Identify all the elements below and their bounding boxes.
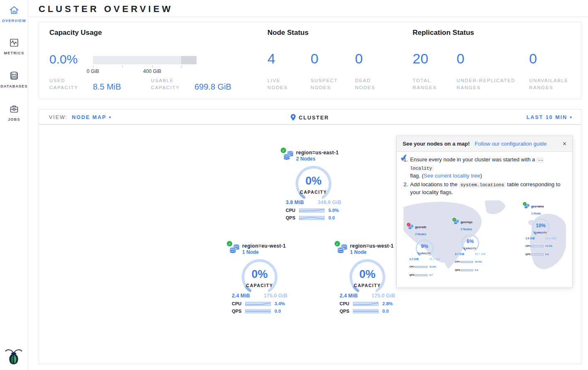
- node-geo-label: geo=nyc: [461, 219, 488, 226]
- under-replicated-ranges-value: 0: [457, 51, 464, 66]
- qps-label: QPS: [286, 215, 299, 220]
- sidebar-item-jobs[interactable]: JOBS: [0, 104, 28, 122]
- node-count-link[interactable]: 1 Node: [242, 249, 292, 255]
- cpu-sparkline: [415, 266, 428, 268]
- node-count: 2 Nodes: [415, 231, 442, 238]
- node-live-badge: ✓: [280, 147, 287, 153]
- cpu-sparkline: [299, 208, 325, 213]
- page-header: CLUSTER OVERVIEW: [28, 0, 588, 17]
- capacity-gauge: 0% CAPACITY: [286, 165, 341, 204]
- time-range-selector[interactable]: LAST 10 MIN ▾: [527, 110, 572, 125]
- node-count-link[interactable]: 1 Node: [350, 249, 400, 255]
- map-pin-icon: [291, 114, 296, 121]
- suspect-nodes-value: 0: [311, 51, 318, 66]
- usable-capacity-label: USABLE CAPACITY: [151, 77, 188, 91]
- gauge-capacity-label: CAPACITY: [526, 229, 555, 237]
- node-count: 2 Nodes: [461, 226, 488, 233]
- node-region-label: region=eu-west-1: [242, 243, 292, 249]
- node-live-badge: ✓: [523, 202, 527, 206]
- chevron-down-icon[interactable]: ▾: [570, 115, 572, 119]
- qps-value: 4.7: [429, 272, 432, 279]
- jobs-icon: [9, 104, 19, 114]
- breadcrumb: CLUSTER: [39, 110, 581, 125]
- qps-label: QPS: [340, 309, 353, 314]
- tooltip-title: See your nodes on a map!: [403, 141, 470, 147]
- capacity-bar-reserved-segment: [181, 56, 197, 64]
- cpu-label: CPU: [409, 263, 415, 271]
- node-map-panel: ✓ region=us-east-1 2 Nodes 0% CAPACITY 3…: [39, 124, 581, 364]
- node-geo-label: geo=ams: [531, 203, 559, 210]
- cpu-value: 11.0%: [429, 263, 436, 271]
- cpu-label: CPU: [455, 258, 461, 266]
- live-nodes-label: LIVE NODES: [267, 77, 301, 91]
- capacity-tick-label: 400 GiB: [138, 68, 166, 74]
- capacity-bar: [93, 56, 197, 64]
- capacity-tick: [93, 66, 93, 68]
- node-geo-label: geo=sfo: [415, 224, 442, 231]
- step-text: Add locations to the: [410, 181, 457, 187]
- gauge-capacity-label: CAPACITY: [286, 190, 341, 195]
- sidebar-item-overview[interactable]: OVERVIEW: [0, 5, 28, 23]
- time-range-value[interactable]: LAST 10 MIN: [527, 114, 567, 120]
- step-number: 2.: [403, 181, 408, 188]
- capacity-percent: 0.0%: [49, 52, 78, 67]
- preview-node-sfo: ! geo=sfo 2 Nodes 9% CAPACITY: [407, 224, 442, 279]
- breadcrumb-cluster[interactable]: CLUSTER: [299, 115, 329, 121]
- map-node-us-east-1: ✓ region=us-east-1 2 Nodes 0% CAPACITY 3…: [281, 148, 346, 220]
- cpu-label: CPU: [286, 208, 299, 213]
- databases-icon: [9, 71, 19, 81]
- node-header[interactable]: ✓ region=us-west-1 1 Node: [335, 241, 400, 256]
- qps-sparkline: [415, 274, 428, 276]
- gauge-percent: 6%: [456, 238, 485, 246]
- capacity-gauge: 0% CAPACITY: [232, 258, 287, 298]
- map-node-eu-west-1: ✓ region=eu-west-1 1 Node 0% CAPACITY 2.…: [227, 241, 292, 314]
- node-count-link[interactable]: 2 Nodes: [296, 156, 346, 162]
- home-icon: [9, 5, 19, 16]
- capacity-tick-label: 0 GiB: [83, 68, 103, 74]
- node-map-preview-image: ! geo=sfo 2 Nodes 9% CAPACITY: [403, 200, 566, 282]
- close-icon[interactable]: ×: [563, 140, 566, 148]
- sidebar-item-metrics[interactable]: METRICS: [0, 37, 28, 55]
- replication-status-title: Replication Status: [413, 29, 474, 37]
- gauge-percent: 0%: [232, 268, 287, 281]
- cpu-value: 3.4%: [275, 301, 285, 306]
- system-locations-code: system.locations: [459, 182, 506, 188]
- cpu-value: 42.6%: [475, 258, 482, 266]
- gauge-percent: 0%: [340, 268, 395, 281]
- sidebar: OVERVIEW METRICS DATABASES JOBS: [0, 0, 28, 370]
- capacity-gauge: 0% CAPACITY: [340, 258, 395, 298]
- dead-nodes-value: 0: [355, 51, 363, 66]
- qps-value: 0.0: [382, 309, 389, 314]
- qps-sparkline: [245, 309, 271, 314]
- configuration-guide-link[interactable]: Follow our configuration guide: [475, 141, 547, 147]
- dead-nodes-label: DEAD NODES: [355, 77, 388, 91]
- capacity-tick: [122, 66, 123, 68]
- locality-tree-link[interactable]: See current locality tree: [424, 173, 481, 179]
- sidebar-item-label: METRICS: [0, 51, 28, 55]
- unavailable-ranges-label: UNAVAILABLE RANGES: [529, 77, 575, 91]
- sidebar-item-label: JOBS: [0, 117, 28, 122]
- under-replicated-ranges-label: UNDER-REPLICATED RANGES: [457, 77, 523, 91]
- metrics-icon: [9, 37, 19, 48]
- qps-value: 0.0: [475, 267, 478, 274]
- cockroachdb-logo: [5, 348, 22, 367]
- node-live-badge: ✓: [334, 241, 340, 247]
- node-header[interactable]: ✓ region=us-east-1 2 Nodes: [281, 148, 346, 163]
- tooltip-header: See your nodes on a map! Follow our conf…: [397, 136, 572, 152]
- node-header[interactable]: ✓ region=eu-west-1 1 Node: [227, 241, 292, 256]
- cluster-overview-page: OVERVIEW METRICS DATABASES JOBS CLUSTER …: [0, 0, 588, 370]
- cpu-sparkline: [353, 302, 379, 306]
- capacity-tick: [182, 66, 182, 68]
- live-nodes-value: 4: [267, 51, 275, 66]
- preview-node-nyc: ✓ geo=nyc 2 Nodes 6% CAPACITY: [452, 219, 488, 274]
- node-status-title: Node Status: [267, 29, 309, 37]
- qps-label: QPS: [232, 309, 245, 314]
- step-text: Ensure every node in your cluster was st…: [410, 156, 535, 163]
- qps-sparkline: [461, 269, 473, 271]
- sidebar-item-databases[interactable]: DATABASES: [0, 71, 28, 88]
- gauge-percent: 0%: [286, 175, 341, 187]
- cpu-value: 5.0%: [328, 208, 339, 213]
- view-bar: VIEW: NODE MAP ▾ CLUSTER LAST 10 MIN ▾: [39, 109, 581, 124]
- qps-sparkline: [531, 253, 544, 256]
- qps-label: QPS: [455, 267, 461, 274]
